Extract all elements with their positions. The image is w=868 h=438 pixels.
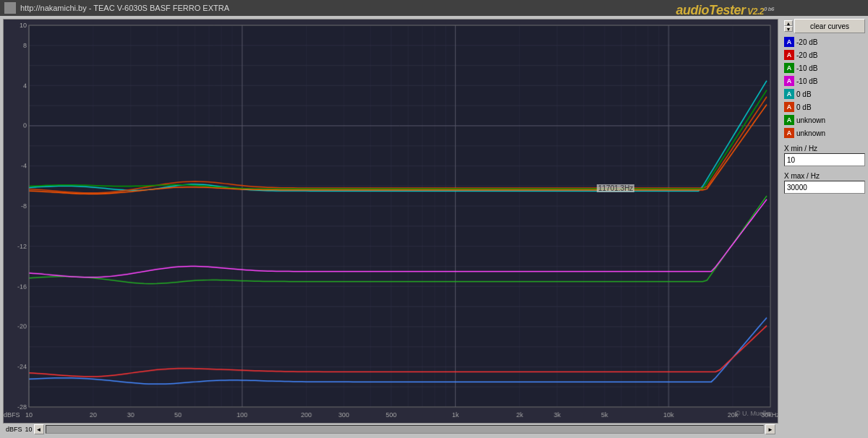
- x-max-section: X max / Hz: [784, 172, 865, 194]
- legend-color-2: A: [784, 50, 794, 60]
- legend-color-3: A: [784, 63, 794, 73]
- x-min-input[interactable]: [784, 153, 865, 166]
- legend-item-4: A -10 dB: [784, 75, 865, 87]
- frequency-annotation: 11701.3Hz: [597, 184, 634, 192]
- legend-item-1: A -20 dB: [784, 36, 865, 48]
- legend-color-7: A: [784, 115, 794, 125]
- legend-item-6: A 0 dB: [784, 101, 865, 113]
- app-icon: [4, 2, 16, 14]
- url-text: http://nakamichi.by: [20, 4, 87, 12]
- legend-label-4: -10 dB: [796, 77, 817, 85]
- main-container: audioTester V2.20 b6 11701.3Hz © U. Muel…: [0, 16, 868, 438]
- legend-label-6: 0 dB: [796, 103, 812, 111]
- legend-item-3: A -10 dB: [784, 62, 865, 74]
- legend-color-5: A: [784, 89, 794, 99]
- y-axis-unit-label: dBFS: [6, 426, 22, 433]
- legend-item-8: A unknown: [784, 127, 865, 139]
- x-min-section: X min / Hz: [784, 145, 865, 166]
- scroll-right-button[interactable]: ►: [765, 424, 775, 434]
- brand-version: V2.20 b6: [745, 7, 774, 17]
- legend-item-5: A 0 dB: [784, 88, 865, 100]
- legend-label-2: -20 dB: [796, 51, 817, 59]
- chart-container: audioTester V2.20 b6 11701.3Hz © U. Muel…: [0, 16, 781, 438]
- legend-color-6: A: [784, 102, 794, 112]
- legend-label-7: unknown: [796, 116, 825, 124]
- legend-color-8: A: [784, 128, 794, 138]
- watermark: © U. Mueller: [736, 410, 772, 417]
- scroll-left-button[interactable]: ◄: [34, 424, 44, 434]
- clear-curves-button[interactable]: clear curves: [794, 19, 865, 33]
- frequency-response-chart: [4, 20, 778, 423]
- sidebar: ▲ ▼ clear curves A -20 dB A -20 dB A -10…: [781, 16, 868, 438]
- scroll-track[interactable]: [46, 425, 764, 434]
- brand-name: audioTester: [676, 3, 746, 17]
- title-text: http://nakamichi.by - TEAC V-6030S BASF …: [20, 4, 229, 12]
- brand-label: audioTester V2.20 b6: [676, 3, 774, 18]
- x-max-input[interactable]: [784, 181, 865, 194]
- x-min-label: X min / Hz: [784, 145, 865, 153]
- scrollbar-area: dBFS 10 ◄ ►: [3, 424, 778, 435]
- chart-area: 11701.3Hz © U. Mueller: [3, 19, 778, 424]
- legend-label-1: -20 dB: [796, 38, 817, 46]
- x-max-label: X max / Hz: [784, 172, 865, 180]
- legend-item-2: A -20 dB: [784, 49, 865, 61]
- legend-color-4: A: [784, 76, 794, 86]
- legend-item-7: A unknown: [784, 114, 865, 126]
- window-title: TEAC V-6030S BASF FERRO EXTRA: [93, 4, 229, 12]
- legend-label-3: -10 dB: [796, 64, 817, 72]
- x-axis-min-label: 10: [25, 426, 33, 433]
- spin-down-button[interactable]: ▼: [784, 26, 793, 32]
- legend-label-5: 0 dB: [796, 90, 812, 98]
- legend-color-1: A: [784, 37, 794, 47]
- spin-up-button[interactable]: ▲: [784, 20, 793, 26]
- legend-label-8: unknown: [796, 129, 825, 137]
